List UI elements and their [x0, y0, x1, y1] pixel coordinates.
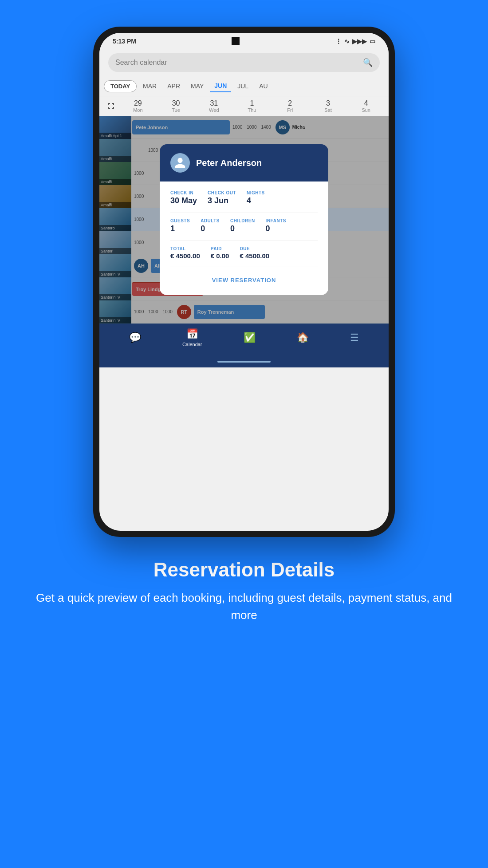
month-jun[interactable]: JUN: [210, 80, 231, 92]
footer-description: Get a quick preview of each booking, inc…: [27, 589, 461, 624]
search-icon: 🔍: [363, 58, 373, 67]
footer-title: Reservation Details: [27, 559, 461, 580]
search-area: 🔍: [99, 49, 389, 76]
modal-nights: NIGHTS 4: [247, 190, 265, 205]
modal-adults: ADULTS 0: [201, 218, 220, 233]
modal-checkin: CHECK IN 30 May: [170, 190, 197, 205]
modal-infants: INFANTS 0: [266, 218, 286, 233]
today-button[interactable]: TODAY: [104, 80, 137, 92]
modal-checkout: CHECK OUT 3 Jun: [208, 190, 236, 205]
calendar-body: Amalfi Apt 1 Pete Johnson 1000 1000 1400…: [99, 116, 389, 324]
modal-guest-name: Peter Anderson: [196, 158, 262, 168]
day-1: 1Thu: [233, 99, 271, 113]
modal-divider-3: [170, 267, 318, 267]
messages-icon: 💬: [129, 332, 141, 343]
calendar-icon: 📅: [186, 328, 198, 340]
nav-messages[interactable]: 💬: [129, 332, 141, 343]
nav-menu[interactable]: ☰: [350, 332, 359, 343]
expand-icon[interactable]: [103, 98, 119, 114]
day-3: 3Sat: [309, 99, 347, 113]
modal-dates-row: CHECK IN 30 May CHECK OUT 3 Jun NIGHTS 4: [170, 190, 318, 205]
nav-tasks[interactable]: ✅: [244, 332, 256, 343]
view-reservation-button[interactable]: VIEW RESERVATION: [170, 272, 318, 288]
menu-icon: ☰: [350, 332, 359, 343]
modal-divider-1: [170, 213, 318, 213]
camera-notch: [232, 37, 240, 45]
modal-header: Peter Anderson: [160, 144, 328, 181]
home-bar-line: [217, 361, 271, 363]
day-31: 31Wed: [195, 99, 233, 113]
nav-home[interactable]: 🏠: [297, 332, 309, 343]
status-icons: ⋮ ∿ ▶▶▶ ▭: [335, 38, 375, 45]
home-bar: [99, 356, 389, 367]
month-tabs: TODAY MAR APR MAY JUN JUL AU: [99, 76, 389, 96]
bottom-nav: 💬 📅 Calendar ✅ 🏠 ☰: [99, 324, 389, 356]
tasks-icon: ✅: [244, 332, 256, 343]
battery-icon: ▭: [370, 38, 375, 45]
modal-avatar-icon: [170, 153, 190, 173]
search-bar[interactable]: 🔍: [108, 53, 380, 72]
signal-icon: ▶▶▶: [352, 38, 367, 45]
bottom-text-section: Reservation Details Get a quick preview …: [0, 559, 488, 624]
nav-calendar[interactable]: 📅 Calendar: [182, 328, 202, 347]
calendar-header: 29Mon 30Tue 31Wed 1Thu 2Fri 3Sat 4Sun: [99, 96, 389, 116]
phone-screen: 5:13 PM ⋮ ∿ ▶▶▶ ▭ 🔍 TODAY MAR: [99, 33, 389, 531]
month-mar[interactable]: MAR: [138, 80, 161, 92]
status-bar: 5:13 PM ⋮ ∿ ▶▶▶ ▭: [99, 33, 389, 49]
nav-calendar-label: Calendar: [182, 342, 202, 347]
search-input[interactable]: [115, 59, 358, 67]
home-icon: 🏠: [297, 332, 309, 343]
day-4: 4Sun: [347, 99, 385, 113]
phone-frame: 5:13 PM ⋮ ∿ ▶▶▶ ▭ 🔍 TODAY MAR: [93, 27, 395, 537]
day-columns: 29Mon 30Tue 31Wed 1Thu 2Fri 3Sat 4Sun: [119, 99, 385, 113]
day-29: 29Mon: [119, 99, 157, 113]
month-aug[interactable]: AU: [255, 80, 272, 92]
day-2: 2Fri: [271, 99, 309, 113]
month-jul[interactable]: JUL: [233, 80, 253, 92]
modal-guests: GUESTS 1: [170, 218, 190, 233]
wifi-icon: ∿: [344, 38, 350, 45]
phone-wrapper: 5:13 PM ⋮ ∿ ▶▶▶ ▭ 🔍 TODAY MAR: [93, 27, 395, 537]
modal-body: CHECK IN 30 May CHECK OUT 3 Jun NIGHTS 4: [160, 181, 328, 295]
modal-children: CHILDREN 0: [230, 218, 255, 233]
modal-divider-2: [170, 241, 318, 241]
modal-paid: PAID € 0.00: [211, 246, 229, 260]
modal-overlay[interactable]: Peter Anderson CHECK IN 30 May CHECK OUT…: [99, 116, 389, 324]
modal-total: TOTAL € 4500.00: [170, 246, 200, 260]
bluetooth-icon: ⋮: [335, 38, 342, 45]
status-time: 5:13 PM: [113, 38, 136, 45]
modal-guests-row: GUESTS 1 ADULTS 0 CHILDREN 0: [170, 218, 318, 233]
month-apr[interactable]: APR: [163, 80, 185, 92]
modal-payment-row: TOTAL € 4500.00 PAID € 0.00 DUE € 4500.0…: [170, 246, 318, 260]
modal-due: DUE € 4500.00: [240, 246, 269, 260]
month-may[interactable]: MAY: [186, 80, 208, 92]
day-30: 30Tue: [157, 99, 195, 113]
